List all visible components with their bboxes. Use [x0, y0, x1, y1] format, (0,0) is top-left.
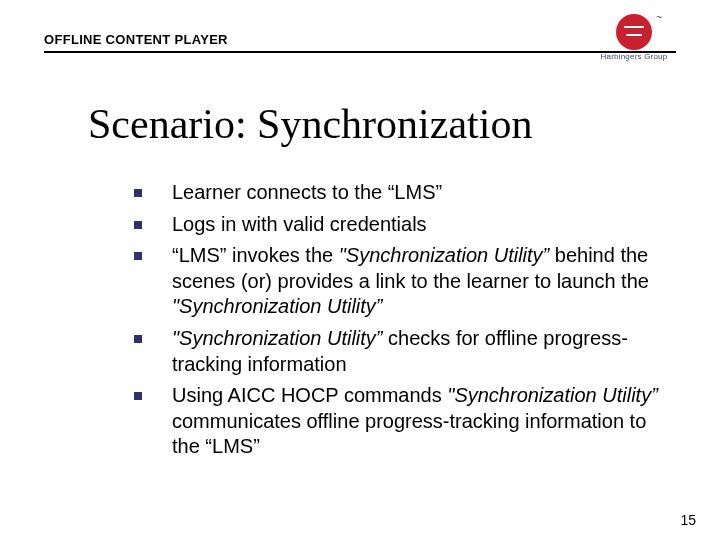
bullet-list: Learner connects to the “LMS” Logs in wi… — [128, 180, 660, 466]
bullet-italic: "Synchronization Utility” — [172, 295, 383, 317]
logo-mark: ~ — [616, 14, 652, 50]
list-item: "Synchronization Utility” checks for off… — [128, 326, 660, 377]
header-title: OFFLINE CONTENT PLAYER — [44, 32, 676, 47]
bullet-text: Learner connects to the “LMS” — [172, 181, 442, 203]
list-item: “LMS” invokes the "Synchronization Utili… — [128, 243, 660, 320]
bullet-text: “LMS” invokes the — [172, 244, 339, 266]
header-rule — [44, 51, 676, 53]
list-item: Learner connects to the “LMS” — [128, 180, 660, 206]
bullet-text: Using AICC HOCP commands — [172, 384, 447, 406]
bird-icon: ~ — [656, 12, 662, 23]
bullet-italic: "Synchronization Utility” — [339, 244, 550, 266]
list-item: Using AICC HOCP commands "Synchronizatio… — [128, 383, 660, 460]
bullet-text: communicates offline progress-tracking i… — [172, 410, 646, 458]
brand-logo: ~ Harbingers Group — [592, 14, 676, 64]
bullet-italic: "Synchronization Utility” — [447, 384, 658, 406]
logo-text: Harbingers Group — [601, 52, 668, 61]
slide-title: Scenario: Synchronization — [88, 100, 532, 148]
bullet-text: Logs in with valid credentials — [172, 213, 427, 235]
bullet-italic: "Synchronization Utility” — [172, 327, 383, 349]
slide-header: OFFLINE CONTENT PLAYER ~ Harbingers Grou… — [44, 32, 676, 53]
list-item: Logs in with valid credentials — [128, 212, 660, 238]
header-left: OFFLINE CONTENT PLAYER — [44, 32, 676, 53]
page-number: 15 — [680, 512, 696, 528]
